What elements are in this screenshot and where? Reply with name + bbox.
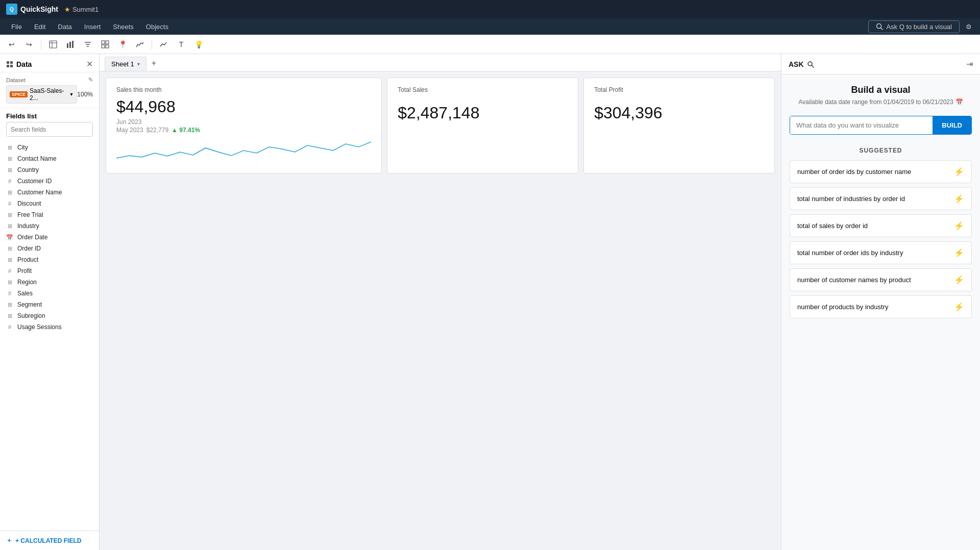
suggestions-list: number of order ids by customer name⚡tot… <box>790 160 972 318</box>
search-fields-input[interactable] <box>7 123 91 136</box>
ask-button[interactable]: Ask Q to build a visual <box>868 20 960 33</box>
area-chart-btn[interactable] <box>133 38 146 51</box>
field-item-order-id[interactable]: ⊞Order ID <box>0 243 99 254</box>
grid-btn[interactable] <box>99 38 112 51</box>
menu-objects[interactable]: Objects <box>141 21 174 33</box>
field-item-region[interactable]: ⊞Region <box>0 277 99 288</box>
field-icon: 📅 <box>6 234 13 241</box>
field-icon: ⊞ <box>6 155 13 162</box>
svg-rect-12 <box>106 41 109 44</box>
sheet-tab-1[interactable]: Sheet 1 ▾ <box>105 57 146 71</box>
search-fields-button[interactable] <box>91 122 93 136</box>
field-icon: ⊞ <box>6 144 13 151</box>
query-input[interactable] <box>790 116 933 134</box>
field-label: Industry <box>17 222 39 230</box>
svg-rect-15 <box>7 61 9 64</box>
right-panel-body: Build a visual Available data date range… <box>781 74 980 550</box>
build-button[interactable]: BUILD <box>933 116 971 134</box>
field-icon: ⊞ <box>6 312 13 319</box>
suggestion-item-5[interactable]: number of products by industry⚡ <box>790 295 972 318</box>
dataset-name: SaaS-Sales-2... <box>30 87 67 102</box>
field-item-product[interactable]: ⊞Product <box>0 254 99 265</box>
dataset-chevron-icon: ▼ <box>69 92 74 97</box>
right-panel-close-button[interactable]: ⇥ <box>966 59 973 69</box>
field-item-industry[interactable]: ⊞Industry <box>0 220 99 232</box>
field-item-city[interactable]: ⊞City <box>0 142 99 153</box>
suggestion-item-1[interactable]: total number of industries by order id⚡ <box>790 187 972 210</box>
field-label: Customer ID <box>17 178 52 185</box>
build-visual-title: Build a visual <box>790 85 972 95</box>
suggestion-item-3[interactable]: total number of order ids by industry⚡ <box>790 241 972 264</box>
kpi-value-2: $304,396 <box>594 104 764 122</box>
edit-dataset-icon[interactable]: ✎ <box>88 77 93 83</box>
kpi-prev-value-0: $22,779 <box>146 127 168 134</box>
kpi-compare-0: May 2023 $22,779 ▲ 97.41% <box>116 127 371 134</box>
field-icon: # <box>6 267 13 274</box>
line-chart-icon <box>160 40 168 48</box>
menu-sheets[interactable]: Sheets <box>108 21 138 33</box>
dataset-section: Dataset ✎ SPICE SaaS-Sales-2... ▼ 100% <box>0 72 99 108</box>
svg-rect-16 <box>10 61 13 64</box>
svg-rect-7 <box>72 41 74 48</box>
redo-button[interactable]: ↪ <box>22 38 36 51</box>
field-item-discount[interactable]: #Discount <box>0 198 99 209</box>
pin-btn[interactable]: 📍 <box>116 38 129 51</box>
dataset-dropdown[interactable]: SPICE SaaS-Sales-2... ▼ <box>6 85 77 104</box>
content-area: Sheet 1 ▾ + Sales this month $44,968 Jun… <box>100 54 781 550</box>
svg-rect-2 <box>50 41 57 48</box>
field-icon: # <box>6 323 13 331</box>
add-sheet-button[interactable]: + <box>148 56 160 71</box>
kpi-title-1: Total Sales <box>398 86 568 93</box>
field-item-country[interactable]: ⊞Country <box>0 164 99 176</box>
field-item-customer-id[interactable]: #Customer ID <box>0 176 99 187</box>
document-tab[interactable]: ★ Summit1 <box>64 6 99 13</box>
table-icon <box>49 40 57 48</box>
text-btn[interactable]: T <box>175 38 188 51</box>
sheet-tabs: Sheet 1 ▾ + <box>100 54 781 71</box>
field-label: Customer Name <box>17 189 62 196</box>
suggestion-visual-icon: ⚡ <box>954 221 964 231</box>
suggestion-item-0[interactable]: number of order ids by customer name⚡ <box>790 160 972 183</box>
svg-rect-6 <box>69 42 71 48</box>
calculated-field-button[interactable]: ＋ + CALCULATED FIELD <box>0 531 99 550</box>
kpi-title-0: Sales this month <box>116 86 371 93</box>
insight-btn[interactable]: 💡 <box>192 38 205 51</box>
filter-btn[interactable] <box>81 38 94 51</box>
menu-edit[interactable]: Edit <box>29 21 51 33</box>
field-item-contact-name[interactable]: ⊞Contact Name <box>0 153 99 164</box>
build-visual-subtitle: Available data date range from 01/04/201… <box>790 98 972 106</box>
menu-file[interactable]: File <box>6 21 27 33</box>
field-item-usage-sessions[interactable]: #Usage Sessions <box>0 321 99 333</box>
field-icon: ⊞ <box>6 166 13 173</box>
field-icon: ⊞ <box>6 189 13 196</box>
field-item-customer-name[interactable]: ⊞Customer Name <box>0 187 99 198</box>
field-item-free-trial[interactable]: ⊞Free Trial <box>0 209 99 220</box>
svg-line-1 <box>881 28 883 30</box>
menu-insert[interactable]: Insert <box>79 21 106 33</box>
bar-chart-btn[interactable] <box>64 38 77 51</box>
ask-search-icon <box>807 61 814 68</box>
undo-button[interactable]: ↩ <box>5 38 18 51</box>
field-icon: ⊞ <box>6 279 13 286</box>
settings-button[interactable]: ⚙ <box>964 21 974 33</box>
suggestion-item-4[interactable]: number of customer names by product⚡ <box>790 268 972 291</box>
field-item-order-date[interactable]: 📅Order Date <box>0 232 99 243</box>
tab-label: Summit1 <box>72 6 99 13</box>
sheet-tab-chevron-icon: ▾ <box>137 61 140 67</box>
line-chart-btn[interactable] <box>157 38 170 51</box>
kpi-period-0: Jun 2023 <box>116 118 371 126</box>
field-label: City <box>17 144 28 151</box>
suggestion-visual-icon: ⚡ <box>954 167 964 177</box>
table-icon-btn[interactable] <box>46 38 60 51</box>
field-icon: # <box>6 178 13 185</box>
field-item-segment[interactable]: ⊞Segment <box>0 299 99 310</box>
field-item-subregion[interactable]: ⊞Subregion <box>0 310 99 321</box>
menu-data[interactable]: Data <box>53 21 77 33</box>
field-item-sales[interactable]: #Sales <box>0 288 99 299</box>
panel-close-button[interactable]: ✕ <box>86 59 93 69</box>
field-item-profit[interactable]: #Profit <box>0 265 99 277</box>
sparkline-svg <box>116 138 371 163</box>
menu-left: File Edit Data Insert Sheets Objects <box>6 21 174 33</box>
search-fields-container <box>6 122 93 137</box>
suggestion-item-2[interactable]: total of sales by order id⚡ <box>790 214 972 237</box>
